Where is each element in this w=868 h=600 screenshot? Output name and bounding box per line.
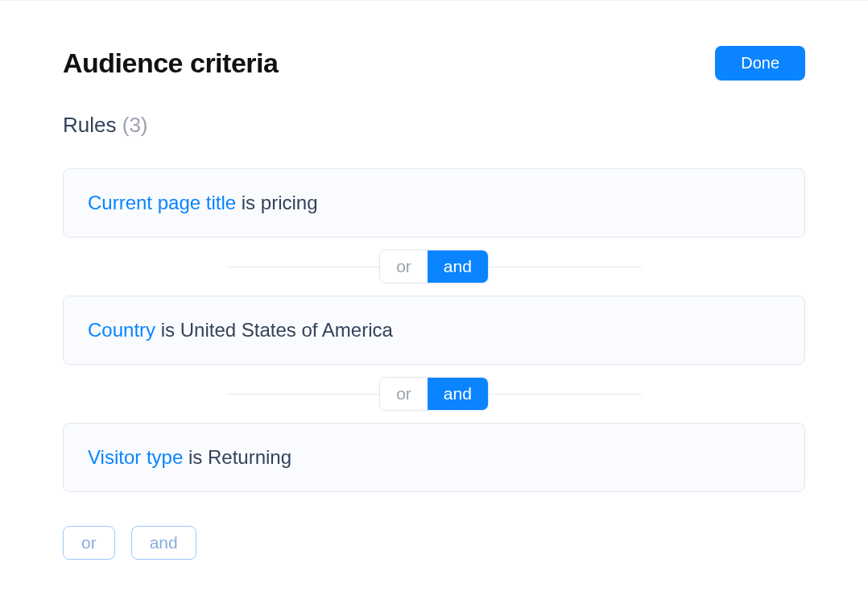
connector-row: or and [63, 365, 805, 423]
page-title: Audience criteria [63, 48, 278, 79]
rule-value: pricing [261, 192, 318, 213]
connector-and-option[interactable]: and [428, 378, 488, 410]
header: Audience criteria Done [63, 46, 805, 81]
rule-attribute: Visitor type [88, 446, 183, 468]
connector-line [489, 394, 642, 395]
connector-line [489, 267, 642, 267]
connector-line [226, 394, 379, 395]
rules-label: Rules [63, 113, 116, 137]
rule-card[interactable]: Current page title is pricing [63, 168, 805, 238]
rules-header: Rules (3) [63, 113, 805, 138]
connector-row: or and [63, 238, 805, 296]
rule-value: Returning [208, 446, 291, 468]
connector-toggle: or and [379, 250, 489, 283]
rule-attribute: Current page title [88, 192, 236, 213]
rule-operator: is [242, 192, 255, 213]
rules-count: (3) [122, 113, 148, 137]
add-and-button[interactable]: and [131, 526, 196, 560]
add-rule-row: or and [63, 526, 805, 560]
add-or-button[interactable]: or [63, 526, 115, 560]
connector-or-option[interactable]: or [380, 250, 428, 283]
rule-attribute: Country [88, 319, 155, 341]
connector-and-option[interactable]: and [428, 250, 488, 283]
connector-toggle: or and [379, 377, 489, 411]
rule-card[interactable]: Country is United States of America [63, 296, 805, 365]
rule-value: United States of America [180, 319, 393, 341]
rule-operator: is [161, 319, 175, 341]
done-button[interactable]: Done [715, 46, 805, 81]
rule-card[interactable]: Visitor type is Returning [63, 423, 805, 492]
connector-or-option[interactable]: or [380, 378, 428, 410]
connector-line [226, 267, 379, 267]
audience-criteria-panel: Audience criteria Done Rules (3) Current… [0, 1, 868, 592]
rule-operator: is [188, 446, 202, 468]
